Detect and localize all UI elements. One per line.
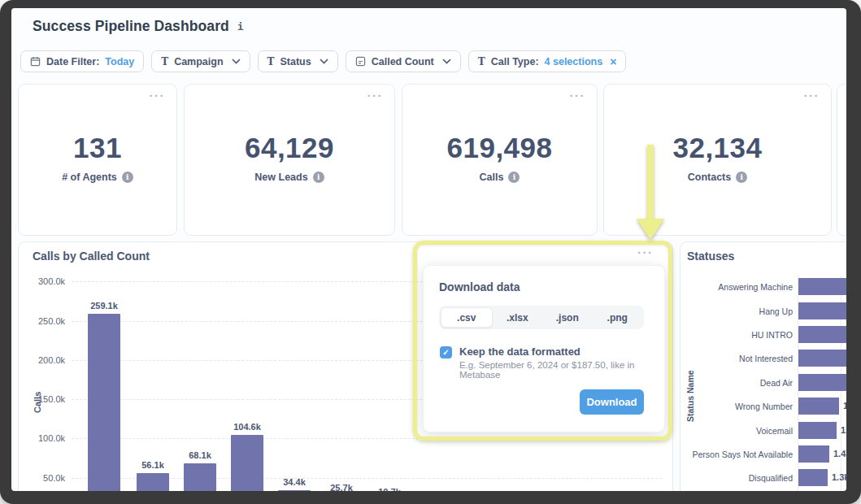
kpi-label: Contacts (688, 172, 731, 183)
filter-label: Date Filter: (46, 56, 99, 67)
filter-label: Call Type: (491, 56, 539, 67)
kpi-content: 619,498Callsi (402, 132, 597, 183)
status-bar[interactable] (798, 422, 837, 439)
bar[interactable] (137, 473, 169, 491)
info-icon[interactable]: i (508, 172, 520, 183)
format-option-png[interactable]: .png (593, 307, 643, 328)
y-axis-tick-label: 250.0k (20, 316, 65, 326)
calls-chart-title: Calls by Called Count (33, 250, 150, 263)
calls-y-axis-label: Calls (33, 364, 42, 413)
bar[interactable] (184, 463, 216, 491)
kpi-value: 619,498 (446, 132, 552, 164)
keep-formatted-hint: E.g. September 6, 2024 or $187.50, like … (459, 360, 654, 380)
kpi-label-row: New Leadsi (254, 172, 324, 183)
kpi-label: # of Agents (62, 172, 117, 183)
y-axis-tick-label: 300.0k (20, 276, 65, 286)
kpi-card-new-leads: ···64,129New Leadsi (184, 84, 395, 236)
page-title: Success Pipeline Dashboard (33, 18, 229, 35)
status-value-label: 1.9k (843, 401, 846, 411)
info-icon[interactable]: i (237, 20, 244, 33)
filter-call-type[interactable]: TCall Type:4 selections× (468, 50, 627, 72)
keep-formatted-checkbox[interactable]: ✓ (440, 346, 452, 358)
kpi-label-row: Contactsi (688, 172, 747, 183)
text-filter-icon: T (161, 56, 168, 67)
calendar-icon (30, 56, 41, 67)
bar-value-label: 25.7k (317, 483, 366, 491)
filter-date-filter[interactable]: Date Filter:Today (20, 50, 144, 72)
filter-bar: Date Filter:TodayTCampaignTStatusCalled … (20, 50, 626, 72)
kpi-card--of-agents: ···131# of Agentsi (18, 84, 177, 236)
bar[interactable] (278, 490, 311, 491)
kpi-content: 64,129New Leadsi (185, 132, 394, 183)
status-bar[interactable] (798, 469, 828, 486)
kpi-label-row: Callsi (480, 172, 520, 183)
status-bar[interactable] (798, 278, 846, 295)
format-option-xlsx[interactable]: .xlsx (493, 307, 543, 328)
filter-value: 4 selections (545, 56, 603, 67)
gridline (72, 438, 662, 439)
info-icon[interactable]: i (736, 172, 747, 183)
card-menu-button[interactable]: ··· (367, 91, 384, 101)
format-selector: .csv.xlsx.json.png (439, 306, 644, 329)
status-bar[interactable] (798, 374, 846, 391)
screenshot-frame: Success Pipeline Dashboard i Date Filter… (0, 0, 861, 504)
kpi-value: 131 (73, 132, 122, 164)
card-menu-button[interactable]: ··· (570, 91, 586, 101)
status-bar[interactable] (798, 302, 846, 319)
status-category-label: HU INTRO (667, 330, 793, 340)
filter-label: Campaign (174, 56, 223, 67)
download-button[interactable]: Download (580, 389, 644, 415)
info-icon[interactable]: i (313, 172, 324, 183)
bar[interactable] (231, 435, 263, 491)
statuses-y-axis-label: Status Name (685, 365, 695, 422)
status-category-label: Wrong Number (667, 402, 793, 411)
status-category-label: Hang Up (667, 306, 793, 316)
number-filter-icon (355, 56, 366, 67)
kpi-card-calls: ···619,498Callsi (402, 84, 598, 236)
bar-value-label: 34.4k (270, 477, 319, 487)
kpi-label: New Leads (254, 172, 307, 183)
status-bar[interactable] (798, 326, 846, 343)
status-category-label: Dead Air (667, 378, 793, 388)
format-option-json[interactable]: .json (542, 307, 593, 328)
kpi-card-partial (837, 84, 846, 236)
bar-value-label: 104.6k (223, 422, 272, 432)
status-bar[interactable] (798, 350, 846, 367)
kpi-content: 131# of Agentsi (19, 132, 176, 183)
kpi-value: 32,134 (672, 132, 762, 164)
card-menu-button[interactable]: ··· (150, 91, 166, 101)
status-value-label: 1.4k (833, 449, 846, 458)
kpi-content: 32,134Contactsi (604, 132, 831, 183)
bar-value-label: 10.7k (365, 487, 414, 491)
keep-formatted-label: Keep the data formatted (459, 345, 581, 358)
status-value-label: 1.8k (841, 425, 846, 435)
dashboard-screen: Success Pipeline Dashboard i Date Filter… (11, 8, 846, 491)
text-filter-icon: T (478, 56, 485, 67)
y-axis-tick-label: 50.0k (20, 473, 65, 483)
filter-value: Today (105, 56, 134, 67)
status-value-label: 1.3k (832, 472, 846, 482)
kpi-value: 64,129 (245, 132, 334, 164)
bar-value-label: 259.1k (80, 301, 128, 311)
kpi-label: Calls (480, 172, 504, 183)
dashboard-header: Success Pipeline Dashboard i (33, 18, 244, 35)
status-bar[interactable] (798, 445, 829, 463)
download-popover: Download data .csv.xlsx.json.png ✓ Keep … (423, 265, 665, 432)
kpi-card-contacts: ···32,134Contactsi (603, 84, 832, 236)
text-filter-icon: T (267, 56, 275, 67)
format-option-csv[interactable]: .csv (441, 307, 493, 328)
chevron-down-icon (320, 59, 328, 64)
status-bar[interactable] (798, 398, 839, 415)
status-category-label: Answering Machine (667, 282, 793, 292)
card-menu-button[interactable]: ··· (804, 91, 820, 101)
calls-card-menu-button[interactable]: ··· (637, 248, 662, 258)
filter-called-count[interactable]: Called Count (346, 50, 461, 72)
chevron-down-icon (442, 59, 451, 64)
filter-campaign[interactable]: TCampaign (151, 50, 250, 72)
bar-value-label: 68.1k (176, 450, 224, 460)
close-icon[interactable]: × (610, 55, 616, 68)
bar-value-label: 17.0k (606, 489, 654, 491)
filter-status[interactable]: TStatus (258, 50, 338, 72)
bar[interactable] (88, 314, 120, 491)
info-icon[interactable]: i (122, 172, 133, 183)
